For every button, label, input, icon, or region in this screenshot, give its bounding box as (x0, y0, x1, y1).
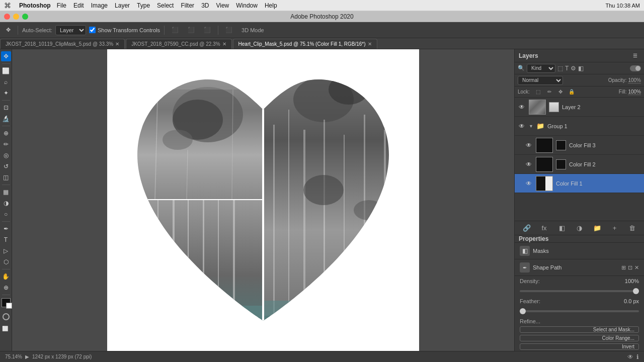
add-style-button[interactable]: fx (540, 224, 549, 233)
shape-icon-3[interactable]: ✕ (634, 264, 639, 271)
layers-panel-title: Layers (519, 52, 538, 59)
align-left-button[interactable]: ⬛ (169, 25, 182, 36)
feather-slider[interactable] (520, 310, 639, 312)
layer-item-colorfill2[interactable]: 👁 Color Fill 2 (515, 155, 644, 174)
layer-item-layer2[interactable]: 👁 Layer 2 (515, 98, 644, 117)
layer-item-group1[interactable]: 👁 ▼ 📁 Group 1 (515, 117, 644, 136)
hand-tool[interactable]: ✋ (1, 272, 11, 282)
layer-filter-dropdown[interactable]: Kind Name Effect (527, 64, 555, 73)
lasso-tool[interactable]: ⌕ (1, 77, 11, 87)
healing-tool[interactable]: ⊕ (1, 128, 11, 138)
filter-icon-1[interactable]: ⬚ (557, 65, 563, 72)
marquee-tool[interactable]: ⬜ (1, 66, 11, 76)
minimize-button[interactable] (13, 14, 19, 20)
filter-icon-3[interactable]: ⚙ (571, 65, 576, 72)
layer-name-layer2: Layer 2 (562, 104, 641, 110)
apple-menu[interactable]: ⌘ (4, 2, 11, 10)
filter-icon-2[interactable]: T (565, 65, 569, 72)
eye-icon-statusbar[interactable]: 👁 (627, 353, 633, 360)
show-transform-checkbox[interactable] (89, 27, 96, 33)
align-right-button[interactable]: ⬛ (201, 25, 214, 36)
standard-screen[interactable]: ⬜ (0, 323, 10, 333)
shape-icon-1[interactable]: ⊞ (621, 264, 626, 271)
toolbar-separator-1 (18, 26, 18, 35)
menu-type[interactable]: Type (137, 2, 150, 9)
canvas-area[interactable] (12, 49, 514, 351)
menu-3d[interactable]: 3D (201, 2, 209, 9)
eyedropper-tool[interactable]: 🔬 (1, 114, 11, 124)
tab-3[interactable]: Heart_Clip_Mask_5.psd @ 75.1% (Color Fil… (233, 39, 377, 49)
menu-filter[interactable]: Filter (181, 2, 194, 9)
masks-section[interactable]: ◧ Masks (515, 243, 644, 259)
lock-transparent-button[interactable]: ⬚ (534, 87, 543, 97)
info-icon-statusbar[interactable]: ℹ (636, 353, 639, 360)
tab-1[interactable]: JKOST_2018_10119_ClipMask_5.psd @ 33.3% … (0, 39, 125, 49)
dodge-tool[interactable]: ○ (1, 209, 11, 219)
link-layers-button[interactable]: 🔗 (522, 224, 531, 233)
clone-tool[interactable]: ◎ (1, 150, 11, 160)
density-slider[interactable] (520, 290, 639, 292)
new-layer-button[interactable]: + (610, 224, 619, 233)
menu-help[interactable]: Help (265, 2, 277, 9)
history-brush-tool[interactable]: ↺ (1, 161, 11, 171)
filter-toggle[interactable] (630, 65, 641, 71)
layer-item-colorfill3[interactable]: 👁 Color Fill 3 (515, 136, 644, 155)
layers-panel-menu[interactable]: ☰ (630, 51, 640, 61)
crop-tool[interactable]: ⊡ (1, 103, 11, 113)
magic-wand-tool[interactable]: ✦ (1, 88, 11, 98)
distribute-button[interactable]: ⬛ (222, 25, 235, 36)
lock-pixels-button[interactable]: ✏ (545, 87, 554, 97)
layer-item-colorfill1[interactable]: 👁 Color Fill 1 (515, 174, 644, 193)
path-tool[interactable]: ▷ (1, 246, 11, 256)
properties-title: Properties (519, 235, 548, 242)
background-color[interactable] (6, 303, 12, 309)
visibility-icon-colorfill2[interactable]: 👁 (525, 161, 533, 168)
gradient-tool[interactable]: ▦ (1, 187, 11, 197)
shape-tool[interactable]: ⬡ (1, 257, 11, 267)
menu-image[interactable]: Image (91, 2, 108, 9)
color-range-button[interactable]: Color Range... (520, 335, 639, 341)
shape-path-section[interactable]: ✒ Shape Path ⊞ ⊡ ✕ (515, 259, 644, 276)
invert-button[interactable]: Invert (520, 343, 639, 350)
maximize-button[interactable] (22, 14, 28, 20)
zoom-tool[interactable]: ⊕ (1, 283, 11, 293)
shape-icon-2[interactable]: ⊡ (628, 264, 632, 271)
group-expand-arrow[interactable]: ▼ (529, 124, 533, 129)
tab-2[interactable]: JKOST_2018_07590_CC.psd @ 22.3% ✕ (126, 39, 231, 49)
quick-mask-icon[interactable] (3, 313, 10, 320)
foreground-color[interactable] (2, 298, 11, 307)
new-group-button[interactable]: 📁 (593, 224, 602, 233)
visibility-icon-group1[interactable]: 👁 (518, 123, 526, 130)
menu-select[interactable]: Select (157, 2, 174, 9)
menu-layer[interactable]: Layer (115, 2, 130, 9)
filter-icon-4[interactable]: ◧ (578, 65, 584, 72)
auto-select-dropdown[interactable]: Layer Group (55, 25, 86, 35)
blend-mode-dropdown[interactable]: Normal Multiply Screen (518, 76, 563, 85)
add-mask-button[interactable]: ◧ (557, 224, 567, 233)
visibility-icon-layer2[interactable]: 👁 (518, 104, 526, 111)
visibility-icon-colorfill3[interactable]: 👁 (525, 142, 533, 149)
text-tool[interactable]: T (1, 235, 11, 245)
eraser-tool[interactable]: ◫ (1, 172, 11, 183)
brush-tool[interactable]: ✏ (1, 139, 11, 149)
menu-edit[interactable]: Edit (73, 2, 84, 9)
fill-value[interactable]: 100% (628, 89, 641, 95)
layers-search-row: 🔍 Kind Name Effect ⬚ T ⚙ ◧ (515, 62, 644, 74)
delete-layer-button[interactable]: 🗑 (628, 224, 637, 233)
lock-position-button[interactable]: ✥ (556, 87, 565, 97)
new-fill-button[interactable]: ◑ (575, 224, 584, 233)
lock-all-button[interactable]: 🔒 (567, 87, 576, 97)
visibility-icon-colorfill1[interactable]: 👁 (525, 180, 533, 187)
menu-file[interactable]: File (57, 2, 66, 9)
folder-icon-group1: 📁 (536, 122, 544, 130)
move-tool[interactable]: ✥ (1, 51, 11, 61)
menu-window[interactable]: Window (236, 2, 258, 9)
align-center-button[interactable]: ⬛ (185, 25, 198, 36)
blur-tool[interactable]: ◑ (1, 198, 11, 208)
move-tool-button[interactable]: ✥ (3, 25, 14, 36)
menu-view[interactable]: View (216, 2, 229, 9)
pen-tool[interactable]: ✒ (1, 224, 11, 234)
select-mask-button[interactable]: Select and Mask... (520, 326, 639, 333)
opacity-value[interactable]: 100% (628, 77, 641, 83)
close-button[interactable] (4, 14, 10, 20)
